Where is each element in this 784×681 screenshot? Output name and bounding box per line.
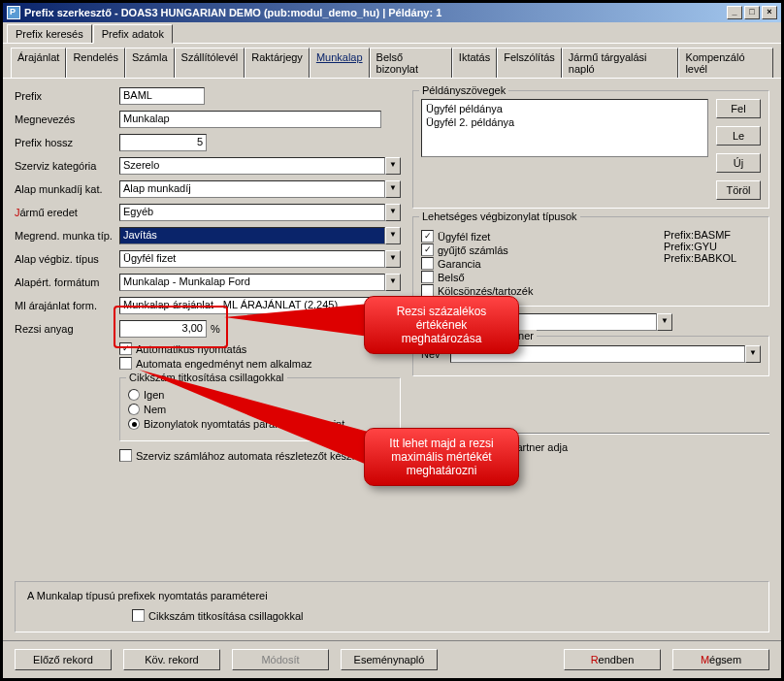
vegbiz-tipus-legend: Lehetséges végbizonylat típusok [419,211,580,222]
chevron-down-icon[interactable]: ▼ [385,274,401,291]
highlight-rezsi [114,306,228,348]
callout-rezsi: Rezsi százalékos értékének meghatározása [364,296,519,354]
rendben-button[interactable]: Rendben [564,649,661,670]
vb-prefix-4: Prefix:BABKOL [664,252,761,264]
subtab-felszolitas[interactable]: Felszólítás [497,48,562,78]
peldany-listbox[interactable]: Ügyfél példánya Ügyfél 2. példánya [421,99,708,157]
chevron-down-icon[interactable]: ▼ [385,180,401,198]
modosit-button[interactable]: Módosít [232,649,329,670]
kov-button[interactable]: Köv. rekord [123,649,220,670]
chevron-down-icon[interactable]: ▼ [385,157,401,175]
peldany-legend: Példányszövegek [419,84,508,96]
szerviz-szla-checkbox[interactable] [119,449,132,462]
chevron-down-icon[interactable]: ▼ [657,313,672,331]
subtab-arajanlat[interactable]: Árajánlat [11,48,66,78]
subtab-raktarjegy[interactable]: Raktárjegy [245,48,310,78]
jarmu-dropdown[interactable]: Egyéb▼ [119,204,401,221]
footer-bar: Előző rekord Köv. rekord Módosít Esemény… [3,640,781,678]
alapert-label: Alapért. formátum [15,276,119,288]
megnevezes-label: Megnevezés [15,114,119,125]
tab-prefix-adatok[interactable]: Prefix adatok [93,24,173,44]
list-item[interactable]: Ügyfél példánya [424,102,705,115]
vb-cb-0[interactable]: ✓ [421,230,434,243]
uj-button[interactable]: Új [716,153,761,173]
form-content: PrefixBAML MegnevezésMunkalap Prefix hos… [3,78,781,640]
close-button[interactable]: × [762,6,777,19]
prefix-input[interactable]: BAML [119,87,205,105]
radio-nem[interactable] [128,404,140,415]
hossz-label: Prefix hossz [15,137,119,148]
le-button[interactable]: Le [716,126,761,146]
minimize-button[interactable]: _ [727,6,742,19]
app-window: Prefix szerkesztő - DOAS3 HUNGARIAN DEMO… [2,2,782,679]
auto-engedmeny-checkbox[interactable] [119,357,132,370]
print-params-section: A Munkalap típusú prefixek nyomtatás par… [15,581,769,632]
vb-prefix-1: Prefix:GYU [664,241,761,252]
main-tab-row: Prefix keresés Prefix adatok [3,22,781,43]
jarmu-label: Jármű eredet [15,207,119,218]
sub-tab-row: Árajánlat Rendelés Számla Szállítólevél … [3,43,781,78]
alapert-dropdown[interactable]: Munkalap - Munkalap Ford▼ [119,274,401,291]
subtab-iktatas[interactable]: Iktatás [452,48,497,78]
subtab-jarmu-naplo[interactable]: Jármű tárgyalási napló [562,48,679,78]
auto-engedmeny-label: Automata engedményt nem alkalmaz [136,358,312,370]
vb-prefix-0: Prefix:BASMF [664,229,761,241]
szerviz-dropdown[interactable]: Szerelo▼ [119,157,401,175]
chevron-down-icon[interactable]: ▼ [385,227,401,244]
print-cikkszam-label: Cikkszám titkosítása csillagokkal [148,610,304,622]
torol-button[interactable]: Töröl [716,180,761,200]
window-title: Prefix szerkesztő - DOAS3 HUNGARIAN DEMO… [24,7,441,18]
maximize-button[interactable]: □ [744,6,760,19]
chevron-down-icon[interactable]: ▼ [385,250,401,268]
vegbiz-label: Alap végbiz. típus [15,253,119,265]
cikkszam-legend: Cikkszám titkosítása csillagokkal [126,372,287,383]
callout-max: Itt lehet majd a rezsi maximális mértéké… [364,428,519,486]
vegbiz-tipus-group: Lehetséges végbizonylat típusok ✓Ügyfél … [412,216,769,307]
radio-bizonylat[interactable] [128,418,140,430]
megsem-button[interactable]: Mégsem [672,649,769,670]
alapmunka-label: Alap munkadíj kat. [15,183,119,195]
vb-cb-2[interactable] [421,257,434,270]
hossz-input[interactable]: 5 [119,134,207,151]
megrend-dropdown[interactable]: Javítás▼ [119,227,401,244]
list-item[interactable]: Ügyfél 2. példánya [424,115,705,129]
vb-cb-3[interactable] [421,271,434,283]
radio-igen[interactable] [128,389,140,401]
prefix-label: Prefix [15,90,119,102]
esemeny-button[interactable]: Eseménynapló [341,649,438,670]
subtab-szallitolevel[interactable]: Szállítólevél [175,48,245,78]
megnevezes-input[interactable]: Munkalap [119,111,381,128]
vb-cb-1[interactable]: ✓ [421,243,434,256]
titlebar: Prefix szerkesztő - DOAS3 HUNGARIAN DEMO… [3,3,781,22]
subtab-szamla[interactable]: Számla [125,48,175,78]
chevron-down-icon[interactable]: ▼ [745,345,761,363]
megrend-label: Megrend. munka típ. [15,230,119,242]
chevron-down-icon[interactable]: ▼ [385,204,401,221]
vegbiz-dropdown[interactable]: Ügyfél fizet▼ [119,250,401,268]
alapmunka-dropdown[interactable]: Alap munkadíj▼ [119,180,401,198]
fel-button[interactable]: Fel [716,99,761,118]
cikkszam-group: Cikkszám titkosítása csillagokkal Igen N… [119,377,401,441]
subtab-kompenzalo[interactable]: Kompenzáló levél [678,48,773,78]
szerviz-label: Szerviz kategória [15,160,119,172]
print-cikkszam-checkbox[interactable] [132,609,145,622]
rezsi-label: Rezsi anyag [15,323,119,335]
elozo-button[interactable]: Előző rekord [15,649,112,670]
print-section-title: A Munkalap típusú prefixek nyomtatás par… [27,590,757,601]
subtab-munkalap[interactable]: Munkalap [310,48,370,79]
mlaraj-label: Ml árajánlat form. [15,300,119,311]
subtab-rendeles[interactable]: Rendelés [66,48,124,78]
tab-prefix-kereses[interactable]: Prefix keresés [7,24,92,43]
subtab-belso[interactable]: Belső bizonylat [370,48,452,78]
app-icon [7,6,20,19]
peldany-group: Példányszövegek Ügyfél példánya Ügyfél 2… [412,90,769,209]
szerviz-szla-label: Szerviz számlához automata részletezőt k… [136,450,358,462]
